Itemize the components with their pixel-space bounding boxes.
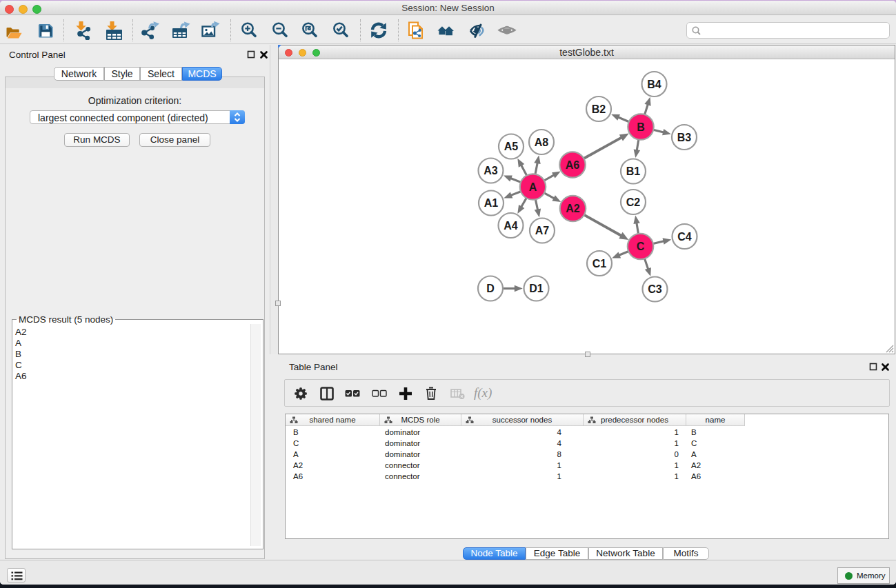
svg-text:D: D — [486, 283, 495, 294]
svg-text:A8: A8 — [535, 136, 549, 148]
svg-text:A7: A7 — [535, 225, 550, 236]
svg-text:B: B — [637, 121, 645, 133]
svg-text:A6: A6 — [566, 159, 580, 171]
svg-text:B4: B4 — [647, 79, 661, 90]
svg-text:B3: B3 — [677, 132, 692, 143]
svg-text:B2: B2 — [592, 103, 606, 115]
svg-text:C2: C2 — [626, 196, 641, 208]
svg-text:C4: C4 — [677, 231, 692, 243]
svg-text:A: A — [529, 181, 537, 193]
svg-text:C3: C3 — [648, 283, 662, 295]
svg-text:A3: A3 — [484, 165, 498, 176]
svg-text:C: C — [637, 241, 645, 252]
svg-text:D1: D1 — [529, 283, 544, 294]
svg-text:A5: A5 — [504, 141, 519, 152]
svg-text:A4: A4 — [504, 220, 518, 232]
svg-text:A2: A2 — [566, 203, 580, 214]
svg-text:B1: B1 — [626, 165, 641, 177]
svg-text:A1: A1 — [484, 197, 499, 209]
svg-text:C1: C1 — [593, 258, 607, 270]
